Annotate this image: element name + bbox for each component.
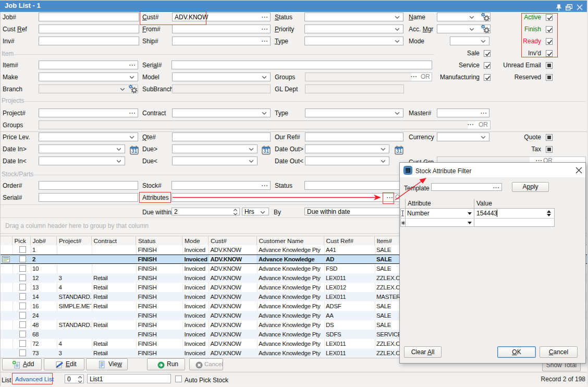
svg-text:31: 31 — [263, 148, 270, 154]
svg-text:31: 31 — [396, 148, 402, 154]
svg-text:31: 31 — [131, 148, 138, 154]
